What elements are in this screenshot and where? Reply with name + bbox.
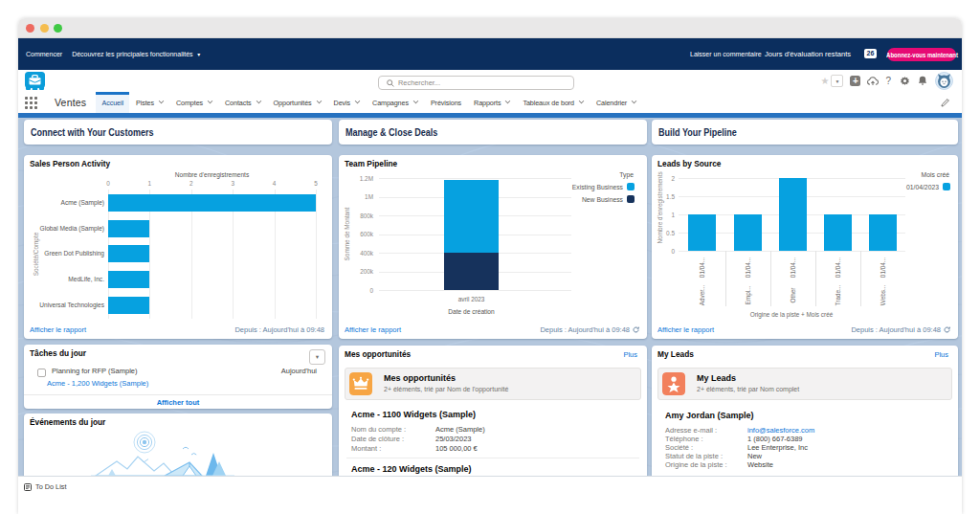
legend-label: Existing Business — [572, 184, 623, 190]
chevron-down-icon — [632, 99, 637, 104]
zoom-window-button[interactable] — [54, 24, 62, 33]
bar[interactable] — [108, 220, 149, 237]
x-tick-category-label: Webs... — [880, 281, 886, 310]
trial-days-badge: 26 — [864, 49, 877, 58]
close-window-button[interactable] — [26, 24, 34, 33]
nav-tab-campagnes[interactable]: Campagnes — [367, 92, 425, 113]
field-label: Montant : — [351, 444, 381, 453]
legend-item: Existing Business — [572, 183, 635, 190]
discover-features-label: Découvrez les principales fonctionnalité… — [72, 51, 192, 57]
y-tick-label: 1M — [346, 193, 373, 200]
field-label: Téléphone : — [665, 435, 703, 443]
banner-subtitle: 2+ éléments, trié par Nom complet — [697, 386, 799, 392]
team-pipeline-card: Team Pipeline Afficher le rapport Depuis… — [339, 155, 647, 339]
stacked-bar-segment-new-business[interactable] — [444, 253, 499, 291]
discover-features-link[interactable]: Découvrez les principales fonctionnalité… — [72, 51, 200, 57]
nav-tab-devis[interactable]: Devis — [327, 92, 366, 113]
app-launcher-waffle-icon[interactable] — [25, 97, 37, 109]
task-checkbox[interactable] — [37, 369, 46, 377]
global-actions-plus-button[interactable]: + — [850, 76, 860, 86]
bar[interactable] — [108, 297, 149, 314]
more-link[interactable]: Plus — [934, 350, 948, 359]
bar[interactable] — [108, 245, 149, 262]
subscribe-button[interactable]: Abonnez-vous maintenant — [887, 48, 956, 61]
nav-tab-opportunit-s[interactable]: Opportunités — [267, 92, 327, 113]
refresh-icon[interactable] — [944, 326, 950, 333]
tasks-dropdown-button[interactable]: ▼ — [309, 349, 325, 365]
notifications-bell-icon[interactable] — [917, 76, 928, 86]
help-icon[interactable]: ? — [885, 76, 891, 86]
field-value: New — [747, 452, 762, 460]
as-of-timestamp: Depuis : Aujourd'hui à 09:48 — [234, 325, 324, 334]
bar[interactable] — [108, 271, 149, 288]
x-tick-date-label: 01/04... — [835, 255, 841, 281]
chevron-down-icon — [159, 99, 165, 104]
record-field-row: Date de clôture :25/03/2023 — [351, 435, 629, 443]
record-name-link[interactable]: Acme - 1100 Widgets (Sample) — [351, 410, 476, 419]
feedback-link[interactable]: Laisser un commentaire — [690, 51, 762, 57]
field-label: Nom du compte : — [351, 425, 406, 434]
browser-titlebar — [18, 18, 962, 38]
global-search-input[interactable]: Rechercher... — [378, 76, 574, 90]
sales-app-logo-icon[interactable] — [25, 72, 45, 90]
record-divider — [346, 458, 639, 458]
chevron-down-icon — [505, 99, 511, 104]
view-report-link[interactable]: Afficher le rapport — [30, 325, 86, 334]
bar[interactable] — [108, 194, 316, 212]
setup-gear-icon[interactable] — [899, 76, 910, 86]
nav-tab-comptes[interactable]: Comptes — [169, 92, 218, 113]
bar[interactable] — [734, 214, 762, 251]
nav-tab-rapports[interactable]: Rapports — [468, 92, 517, 113]
get-started-link[interactable]: Commencer — [26, 51, 62, 57]
opportunity-crown-icon — [349, 372, 372, 395]
x-tick-date-label: 01/04... — [699, 255, 705, 281]
view-report-link[interactable]: Afficher le rapport — [657, 325, 714, 334]
record-field-row: Statut de la piste :New — [665, 452, 943, 460]
bar[interactable] — [688, 214, 716, 251]
banner-title[interactable]: Mes opportunités — [384, 373, 456, 383]
favorites-star-icon[interactable]: ★ — [818, 76, 831, 86]
trailhead-cloud-icon[interactable] — [867, 76, 879, 86]
view-all-link[interactable]: Afficher tout — [24, 398, 332, 407]
bar[interactable] — [869, 214, 897, 251]
edit-page-pencil-icon[interactable] — [941, 98, 950, 107]
bar[interactable] — [824, 214, 852, 251]
x-tick-label: 3 — [227, 180, 238, 187]
card-title: My Leads — [657, 349, 694, 359]
gridline — [316, 190, 317, 319]
stacked-bar-segment-existing-business[interactable] — [444, 180, 499, 252]
category-separator — [725, 251, 726, 306]
task-related-link[interactable]: Acme - 1,200 Widgets (Sample) — [47, 379, 148, 388]
nav-tab-tableaux-de-bord[interactable]: Tableaux de bord — [517, 92, 590, 113]
nav-tab-pr-visions[interactable]: Prévisions — [424, 92, 467, 113]
record-field-row: Origine de la piste :Website — [665, 460, 943, 469]
more-link[interactable]: Plus — [623, 350, 637, 359]
banner-title[interactable]: My Leads — [697, 373, 736, 383]
nav-tab-label: Accueil — [102, 99, 123, 107]
user-avatar[interactable] — [935, 72, 953, 90]
record-name-link[interactable]: Amy Jordan (Sample) — [665, 411, 754, 420]
record-name-link[interactable]: Acme - 120 Widgets (Sample) — [351, 464, 471, 474]
todo-list-utility-item[interactable]: To Do List — [24, 482, 66, 491]
task-subject[interactable]: Planning for RFP (Sample) — [52, 367, 137, 375]
global-header: Rechercher... ★ ▼ + ? — [18, 70, 962, 92]
view-report-link[interactable]: Afficher le rapport — [345, 325, 401, 334]
nav-tab-pistes[interactable]: Pistes — [129, 92, 169, 113]
gridline — [379, 290, 571, 291]
nav-tab-accueil[interactable]: Accueil — [96, 92, 129, 113]
nav-tab-contacts[interactable]: Contacts — [219, 92, 268, 113]
favorites-dropdown-button[interactable]: ▼ — [831, 75, 843, 87]
x-tick-category-label: Other — [790, 281, 796, 310]
field-value-link[interactable]: info@salesforce.com — [747, 426, 814, 435]
x-tick-date-label: 01/04... — [790, 255, 796, 281]
banner-subtitle: 2+ éléments, trié par Nom de l'opportuni… — [384, 386, 508, 392]
nav-tab-calendrier[interactable]: Calendrier — [590, 92, 642, 113]
chevron-down-icon — [579, 99, 585, 104]
as-of-text: Depuis : Aujourd'hui à 09:48 — [234, 325, 324, 334]
minimize-window-button[interactable] — [40, 24, 49, 33]
chart-title: Team Pipeline — [345, 159, 397, 168]
section-card-connect: Connect with Your Customers — [24, 120, 332, 145]
refresh-icon[interactable] — [633, 326, 639, 333]
my-leads-card: My Leads Plus My Leads 2+ éléments, trié… — [652, 346, 958, 476]
bar[interactable] — [779, 178, 807, 251]
